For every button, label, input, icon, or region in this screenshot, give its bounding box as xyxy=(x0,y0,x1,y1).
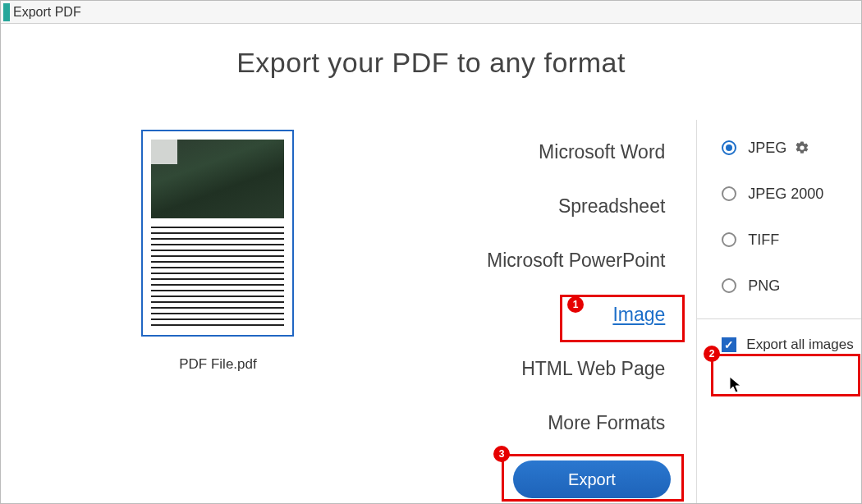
header-accent xyxy=(3,3,10,21)
format-item-image[interactable]: Image xyxy=(435,287,696,341)
file-name-label: PDF File.pdf xyxy=(179,356,256,373)
file-thumbnail[interactable] xyxy=(141,130,294,337)
format-list: Microsoft Word Spreadsheet Microsoft Pow… xyxy=(435,120,697,504)
subformat-png[interactable]: PNG xyxy=(722,263,861,309)
radio-icon xyxy=(722,140,736,155)
format-item-powerpoint[interactable]: Microsoft PowerPoint xyxy=(435,233,696,287)
format-item-word[interactable]: Microsoft Word xyxy=(435,125,696,179)
export-all-label: Export all images xyxy=(746,337,853,353)
subpanel-divider xyxy=(697,318,861,319)
checkbox-icon: ✓ xyxy=(722,337,736,352)
thumbnail-image xyxy=(151,140,284,218)
export-button[interactable]: Export xyxy=(513,460,671,498)
export-all-images-row[interactable]: ✓ Export all images xyxy=(722,331,861,359)
format-item-more[interactable]: More Formats xyxy=(435,396,696,450)
preview-column: PDF File.pdf xyxy=(1,120,435,504)
format-item-spreadsheet[interactable]: Spreadsheet xyxy=(435,179,696,233)
radio-icon xyxy=(722,232,736,247)
subformat-label: JPEG xyxy=(748,140,786,157)
thumbnail-text-placeholder xyxy=(151,227,284,327)
subformat-jpeg[interactable]: JPEG xyxy=(722,125,861,171)
subformat-panel: JPEG JPEG 2000 TIFF PNG ✓ Export all ima… xyxy=(697,120,861,504)
subformat-label: JPEG 2000 xyxy=(748,186,823,203)
subformat-jpeg2000[interactable]: JPEG 2000 xyxy=(722,171,861,217)
radio-icon xyxy=(722,278,736,293)
header-title: Export PDF xyxy=(13,5,81,20)
radio-icon xyxy=(722,186,736,201)
subformat-tiff[interactable]: TIFF xyxy=(722,217,861,263)
subformat-label: TIFF xyxy=(748,231,779,249)
format-item-html[interactable]: HTML Web Page xyxy=(435,341,696,396)
header-bar: Export PDF xyxy=(1,1,861,24)
content-area: PDF File.pdf Microsoft Word Spreadsheet … xyxy=(1,120,861,504)
subformat-label: PNG xyxy=(748,277,780,295)
thumbnail-content xyxy=(151,140,284,327)
page-title: Export your PDF to any format xyxy=(1,47,861,79)
gear-icon[interactable] xyxy=(795,140,809,155)
